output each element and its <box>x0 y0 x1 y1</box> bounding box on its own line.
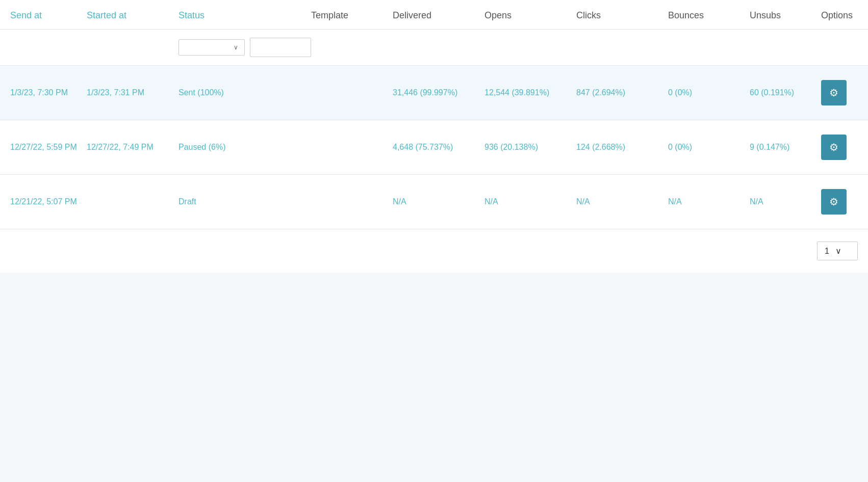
status-cell: Sent (100%) <box>178 87 311 99</box>
table-row: 1/3/23, 7:30 PM 1/3/23, 7:31 PM Sent (10… <box>0 66 868 120</box>
delivered-cell: 31,446 (99.997%) <box>393 87 484 99</box>
gear-icon: ⚙ <box>829 141 838 153</box>
col-clicks: Clicks <box>576 10 668 21</box>
col-template: Template <box>311 10 393 21</box>
table-row: 12/21/22, 5:07 PM Draft N/A N/A N/A N/A … <box>0 175 868 229</box>
delivered-cell: 4,648 (75.737%) <box>393 141 484 153</box>
status-filter-input[interactable] <box>250 38 311 57</box>
unsubs-cell: 60 (0.191%) <box>750 87 821 99</box>
table-row: 12/27/22, 5:59 PM 12/27/22, 7:49 PM Paus… <box>0 120 868 175</box>
col-unsubs: Unsubs <box>750 10 821 21</box>
bounces-cell: 0 (0%) <box>668 141 750 153</box>
col-status: Status <box>178 10 311 21</box>
send-at-cell: 1/3/23, 7:30 PM <box>10 87 87 99</box>
col-started-at: Started at <box>87 10 178 21</box>
status-cell: Paused (6%) <box>178 141 311 153</box>
status-filter-chevron-icon: ∨ <box>234 44 238 51</box>
col-options: Options <box>821 10 868 21</box>
status-cell: Draft <box>178 196 311 208</box>
campaigns-table: Send at Started at Status Template Deliv… <box>0 0 868 273</box>
clicks-cell: 847 (2.694%) <box>576 87 668 99</box>
col-send-at: Send at <box>10 10 87 21</box>
status-filter-select[interactable]: ∨ <box>178 39 245 56</box>
bounces-cell: N/A <box>668 196 750 208</box>
options-gear-button[interactable]: ⚙ <box>821 80 847 105</box>
options-gear-button[interactable]: ⚙ <box>821 189 847 215</box>
pagination-row: 1 ∨ <box>0 229 868 273</box>
started-at-cell: 1/3/23, 7:31 PM <box>87 87 178 99</box>
col-delivered: Delivered <box>393 10 484 21</box>
options-cell: ⚙ <box>821 80 868 105</box>
page-select[interactable]: 1 ∨ <box>817 242 858 260</box>
col-bounces: Bounces <box>668 10 750 21</box>
opens-cell: N/A <box>484 196 576 208</box>
page-chevron-icon: ∨ <box>835 246 841 256</box>
unsubs-cell: N/A <box>750 196 821 208</box>
current-page-label: 1 <box>825 247 829 256</box>
bounces-cell: 0 (0%) <box>668 87 750 99</box>
status-filter-container: ∨ <box>178 38 311 57</box>
opens-cell: 936 (20.138%) <box>484 141 576 153</box>
clicks-cell: N/A <box>576 196 668 208</box>
started-at-cell: 12/27/22, 7:49 PM <box>87 141 178 153</box>
gear-icon: ⚙ <box>829 87 838 99</box>
unsubs-cell: 9 (0.147%) <box>750 141 821 153</box>
options-cell: ⚙ <box>821 189 868 215</box>
filter-row: ∨ <box>0 30 868 66</box>
send-at-cell: 12/27/22, 5:59 PM <box>10 141 87 153</box>
options-gear-button[interactable]: ⚙ <box>821 135 847 160</box>
table-header: Send at Started at Status Template Deliv… <box>0 0 868 30</box>
clicks-cell: 124 (2.668%) <box>576 141 668 153</box>
opens-cell: 12,544 (39.891%) <box>484 87 576 99</box>
gear-icon: ⚙ <box>829 196 838 208</box>
delivered-cell: N/A <box>393 196 484 208</box>
send-at-cell: 12/21/22, 5:07 PM <box>10 196 87 208</box>
options-cell: ⚙ <box>821 135 868 160</box>
col-opens: Opens <box>484 10 576 21</box>
